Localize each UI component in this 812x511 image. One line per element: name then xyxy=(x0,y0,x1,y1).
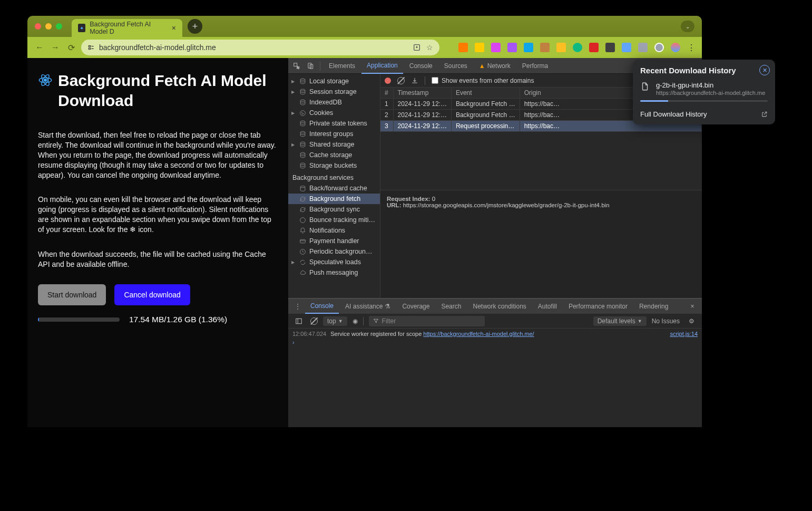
close-window-button[interactable] xyxy=(35,23,41,30)
extension-icon[interactable] xyxy=(573,43,582,52)
titlebar: ✦ Background Fetch AI Model D × + ⌄ xyxy=(27,16,702,37)
drawer-tab-ai[interactable]: AI assistance ⚗ xyxy=(340,299,396,314)
scope-link[interactable]: https://backgroundfetch-ai-model.glitch.… xyxy=(423,331,534,337)
tab-elements[interactable]: Elements xyxy=(324,58,360,74)
sidebar-item[interactable]: Notifications xyxy=(288,225,380,236)
tab-sources[interactable]: Sources xyxy=(439,58,473,74)
extension-icon[interactable] xyxy=(540,43,550,52)
sidebar-item[interactable]: ▶Speculative loads xyxy=(288,257,380,267)
console-settings-icon[interactable]: ⚙ xyxy=(687,317,696,325)
drawer-tab-search[interactable]: Search xyxy=(436,299,466,314)
profile-avatar[interactable] xyxy=(671,43,680,52)
col-event[interactable]: Event xyxy=(451,88,520,99)
drawer-tab-coverage[interactable]: Coverage xyxy=(397,299,435,314)
extension-icon[interactable] xyxy=(622,43,631,52)
extension-icon[interactable] xyxy=(589,43,599,52)
context-selector[interactable]: top ▼ xyxy=(323,316,347,326)
issues-button[interactable]: No Issues xyxy=(652,317,680,325)
extension-icon[interactable] xyxy=(507,43,517,52)
console-prompt[interactable]: › xyxy=(292,339,698,345)
paragraph: On mobile, you can even kill the browser… xyxy=(38,195,278,235)
full-history-link[interactable]: Full Download History xyxy=(640,108,768,118)
close-popup-button[interactable]: ✕ xyxy=(759,65,770,75)
back-button[interactable]: ← xyxy=(34,42,45,53)
svg-point-15 xyxy=(300,110,305,115)
install-app-icon[interactable] xyxy=(413,43,421,52)
device-icon[interactable] xyxy=(306,62,315,70)
download-item[interactable]: g-2b-it-gpu-int4.bin https://backgroundf… xyxy=(640,81,768,96)
record-button[interactable] xyxy=(385,78,391,84)
start-download-button[interactable]: Start download xyxy=(38,284,106,305)
file-icon xyxy=(640,82,651,92)
save-icon[interactable] xyxy=(411,77,418,84)
site-settings-icon[interactable] xyxy=(87,44,95,51)
sidebar-item[interactable]: Storage buckets xyxy=(288,160,380,171)
tab-console[interactable]: Console xyxy=(404,58,438,74)
extension-icon[interactable] xyxy=(556,43,566,52)
sidebar-item[interactable]: Cache storage xyxy=(288,150,380,160)
new-tab-button[interactable]: + xyxy=(188,19,202,34)
clear-button[interactable] xyxy=(397,77,405,84)
extension-icon[interactable] xyxy=(458,43,468,52)
tab-performance[interactable]: Performa xyxy=(517,58,553,74)
extension-icon[interactable] xyxy=(491,43,501,52)
maximize-window-button[interactable] xyxy=(56,23,62,30)
sidebar-toggle-icon[interactable] xyxy=(295,317,303,325)
minimize-window-button[interactable] xyxy=(45,23,52,30)
sidebar-item[interactable]: Private state tokens xyxy=(288,118,380,129)
downloads-icon[interactable] xyxy=(654,43,664,52)
close-drawer-icon[interactable]: × xyxy=(688,302,697,311)
sidebar-item[interactable]: ▶Session storage xyxy=(288,86,380,97)
sidebar-item[interactable]: IndexedDB xyxy=(288,97,380,108)
sidebar-item[interactable]: ▶Cookies xyxy=(288,108,380,118)
drawer-tab-netcond[interactable]: Network conditions xyxy=(467,299,531,314)
log-line: script.js:14 12:06:47.024Service worker … xyxy=(292,331,698,337)
source-link[interactable]: script.js:14 xyxy=(670,331,698,337)
reload-button[interactable]: ⟳ xyxy=(65,42,77,53)
drawer-tab-console[interactable]: Console xyxy=(305,299,339,314)
live-expression-icon[interactable]: ◉ xyxy=(353,317,358,325)
svg-rect-26 xyxy=(300,239,305,243)
paragraph: When the download succeeds, the file wil… xyxy=(38,249,278,269)
sidebar-item[interactable]: Bounce tracking miti… xyxy=(288,215,380,225)
extension-icon[interactable] xyxy=(524,43,533,52)
sidebar-item[interactable]: ▶Shared storage xyxy=(288,139,380,150)
svg-point-19 xyxy=(300,121,305,122)
drawer-tab-autofill[interactable]: Autofill xyxy=(533,299,562,314)
col-timestamp[interactable]: Timestamp xyxy=(393,88,451,99)
tab-application[interactable]: Application xyxy=(361,58,403,74)
drawer-more-icon[interactable]: ⋮ xyxy=(294,302,302,311)
clear-console-button[interactable] xyxy=(310,317,318,325)
address-bar[interactable]: backgroundfetch-ai-model.glitch.me ☆ xyxy=(81,40,439,55)
tab-network[interactable]: ▲Network xyxy=(474,58,516,74)
tabs-dropdown-icon[interactable]: ⌄ xyxy=(681,21,694,32)
col-index[interactable]: # xyxy=(380,88,393,99)
sidebar-item[interactable]: ▶Local storage xyxy=(288,76,380,86)
show-other-domains-checkbox[interactable]: Show events from other domains xyxy=(432,77,534,84)
levels-selector[interactable]: Default levels ▼ xyxy=(593,316,647,326)
sidebar-item[interactable]: Background sync xyxy=(288,204,380,215)
sidebar-item[interactable]: Background fetch xyxy=(288,194,380,204)
drawer-tab-perfmon[interactable]: Performance monitor xyxy=(563,299,633,314)
browser-tab[interactable]: ✦ Background Fetch AI Model D × xyxy=(72,19,182,37)
devtools-drawer: ⋮ Console AI assistance ⚗ Coverage Searc… xyxy=(288,298,702,427)
extension-icon[interactable] xyxy=(638,43,648,52)
sidebar-item[interactable]: Interest groups xyxy=(288,129,380,139)
drawer-tab-rendering[interactable]: Rendering xyxy=(634,299,673,314)
extension-icon[interactable] xyxy=(475,43,484,52)
console-toolbar: top ▼ ◉ Filter Default levels ▼ No Issue… xyxy=(288,314,702,329)
bookmark-icon[interactable]: ☆ xyxy=(426,43,433,52)
sidebar-item[interactable]: Back/forward cache xyxy=(288,183,380,194)
sidebar-item[interactable]: Payment handler xyxy=(288,236,380,246)
menu-icon[interactable]: ⋮ xyxy=(687,43,696,53)
forward-button[interactable]: → xyxy=(50,42,61,53)
inspect-icon[interactable] xyxy=(292,62,301,70)
close-tab-icon[interactable]: × xyxy=(172,24,176,32)
tab-title: Background Fetch AI Model D xyxy=(90,21,168,35)
sidebar-item[interactable]: Periodic backgroun… xyxy=(288,246,380,257)
cancel-download-button[interactable]: Cancel download xyxy=(114,284,190,305)
console-output: script.js:14 12:06:47.024Service worker … xyxy=(288,329,702,427)
filter-input[interactable]: Filter xyxy=(369,316,485,326)
sidebar-item[interactable]: Push messaging xyxy=(288,267,380,278)
extension-icon[interactable] xyxy=(605,43,615,52)
